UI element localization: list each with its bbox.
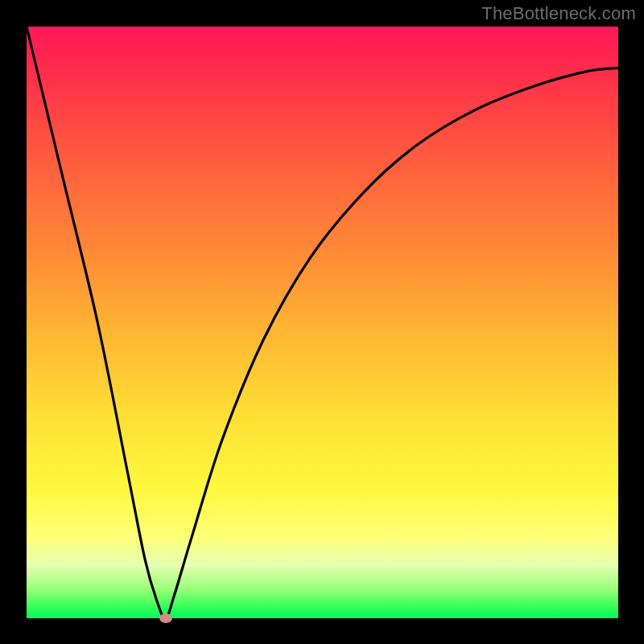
curve-path [27, 27, 618, 618]
plot-area [27, 27, 618, 618]
watermark-text: TheBottleneck.com [481, 3, 636, 24]
chart-frame: TheBottleneck.com [0, 0, 644, 644]
minimum-marker [159, 613, 172, 623]
bottleneck-curve [27, 27, 618, 618]
